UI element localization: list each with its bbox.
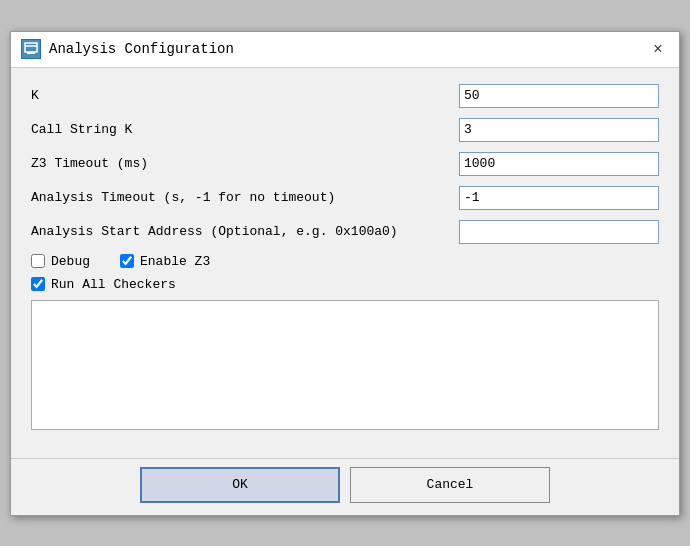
run-all-checkers-checkbox[interactable] [31,277,45,291]
analysis-start-label: Analysis Start Address (Optional, e.g. 0… [31,224,459,239]
z3-timeout-input[interactable] [459,152,659,176]
k-input[interactable] [459,84,659,108]
k-row: K [31,84,659,108]
call-string-k-label: Call String K [31,122,459,137]
enable-z3-checkbox[interactable] [120,254,134,268]
cancel-button[interactable]: Cancel [350,467,550,503]
call-string-k-input[interactable] [459,118,659,142]
svg-rect-0 [25,43,37,52]
z3-timeout-label: Z3 Timeout (ms) [31,156,459,171]
analysis-timeout-input[interactable] [459,186,659,210]
button-row: OK Cancel [11,458,679,515]
analysis-start-row: Analysis Start Address (Optional, e.g. 0… [31,220,659,244]
call-string-k-row: Call String K [31,118,659,142]
output-textarea[interactable] [31,300,659,430]
text-area-wrapper [31,300,659,434]
dialog-icon [21,39,41,59]
z3-timeout-row: Z3 Timeout (ms) [31,152,659,176]
analysis-timeout-row: Analysis Timeout (s, -1 for no timeout) [31,186,659,210]
title-bar: Analysis Configuration × [11,32,679,68]
checkbox-row-1: Debug Enable Z3 [31,254,659,269]
debug-checkbox[interactable] [31,254,45,268]
dialog-content: K Call String K Z3 Timeout (ms) Analysis… [11,68,679,454]
debug-label[interactable]: Debug [51,254,90,269]
enable-z3-label[interactable]: Enable Z3 [140,254,210,269]
analysis-timeout-label: Analysis Timeout (s, -1 for no timeout) [31,190,459,205]
close-button[interactable]: × [647,38,669,60]
analysis-start-input[interactable] [459,220,659,244]
debug-checkbox-item: Debug [31,254,90,269]
run-all-checkers-label[interactable]: Run All Checkers [51,277,176,292]
svg-rect-2 [27,52,35,54]
analysis-configuration-dialog: Analysis Configuration × K Call String K… [10,31,680,516]
dialog-title: Analysis Configuration [49,41,234,57]
k-label: K [31,88,459,103]
ok-button[interactable]: OK [140,467,340,503]
run-all-checkers-item: Run All Checkers [31,277,176,292]
title-bar-left: Analysis Configuration [21,39,234,59]
enable-z3-checkbox-item: Enable Z3 [120,254,210,269]
checkbox-row-2: Run All Checkers [31,277,659,292]
